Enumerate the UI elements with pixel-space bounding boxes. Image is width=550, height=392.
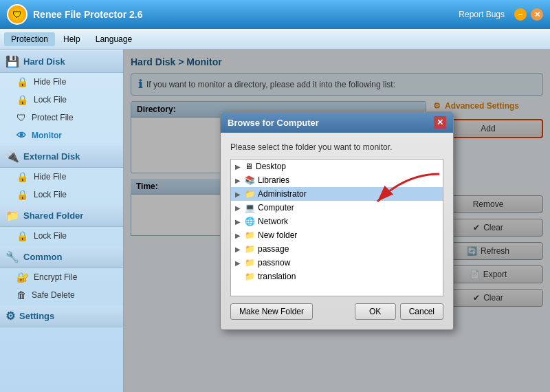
hide-file-label: Hide File [34, 77, 66, 87]
sidebar-item-protect-file[interactable]: 🛡 Protect File [0, 109, 123, 127]
encrypt-label: Encrypt File [34, 272, 77, 282]
arrow-passnow: ▶ [235, 259, 242, 267]
close-button[interactable]: ✕ [531, 8, 543, 21]
hard-disk-icon: 💾 [6, 55, 19, 68]
protect-file-label: Protect File [32, 113, 74, 122]
dialog-overlay: Browse for Computer ✕ Please select the … [124, 50, 550, 392]
external-disk-label: External Disk [23, 151, 80, 162]
tree-item-computer[interactable]: ▶ 💻 Computer [231, 201, 443, 215]
menu-bar: Protection Help Language [0, 29, 550, 50]
sidebar-item-hide-file[interactable]: 🔒 Hide File [0, 73, 123, 91]
menu-protection[interactable]: Protection [4, 32, 55, 46]
dialog-close-button[interactable]: ✕ [434, 116, 446, 129]
lock-file-icon: 🔒 [16, 94, 28, 105]
title-bar-left: 🛡 Renee File Protector 2.6 [7, 4, 143, 25]
settings-label: Settings [19, 311, 54, 321]
desktop-label: Desktop [256, 162, 286, 171]
shared-folder-icon: 📁 [6, 209, 19, 222]
dialog-tree[interactable]: ▶ 🖥 Desktop ▶ 📚 Libraries ▶ 📁 Adm [230, 159, 443, 296]
tree-item-translation[interactable]: 📁 translation [231, 270, 443, 283]
computer-icon: 💻 [245, 203, 255, 213]
tree-item-administrator[interactable]: ▶ 📁 Administrator [231, 187, 443, 201]
network-label: Network [258, 217, 288, 226]
sidebar-item-safe-delete[interactable]: 🗑 Safe Delete [0, 286, 123, 304]
shared-lock-icon: 🔒 [16, 230, 28, 241]
encrypt-icon: 🔐 [16, 272, 28, 283]
translation-icon: 📁 [245, 272, 255, 281]
tree-item-passnow[interactable]: ▶ 📁 passnow [231, 256, 443, 270]
sidebar-item-shared-lock-file[interactable]: 🔒 Lock File [0, 227, 123, 245]
sidebar-section-shared-folder: 📁 Shared Folder [0, 205, 123, 227]
make-new-folder-button[interactable]: Make New Folder [230, 303, 313, 320]
sidebar-section-common: 🔧 Common [0, 246, 123, 268]
sidebar-item-monitor[interactable]: 👁 Monitor [0, 127, 123, 144]
menu-language[interactable]: Language [89, 32, 139, 46]
arrow-computer: ▶ [235, 204, 242, 212]
lock-file-label: Lock File [34, 95, 67, 105]
browse-dialog: Browse for Computer ✕ Please select the … [220, 111, 454, 330]
tree-item-desktop[interactable]: ▶ 🖥 Desktop [231, 160, 443, 173]
administrator-icon: 📁 [245, 189, 255, 199]
hard-disk-label: Hard Disk [23, 56, 65, 67]
hide-file-icon: 🔒 [16, 76, 28, 87]
safe-delete-icon: 🗑 [16, 290, 26, 301]
arrow-desktop: ▶ [235, 163, 242, 171]
title-bar: 🛡 Renee File Protector 2.6 Report Bugs −… [0, 0, 550, 29]
shared-folder-label: Shared Folder [23, 210, 83, 221]
sidebar: 💾 Hard Disk 🔒 Hide File 🔒 Lock File 🛡 Pr… [0, 50, 124, 392]
minimize-button[interactable]: − [514, 8, 527, 21]
dialog-footer: Make New Folder OK Cancel [230, 303, 443, 320]
libraries-label: Libraries [258, 175, 289, 185]
tree-item-passage[interactable]: ▶ 📁 passage [231, 242, 443, 256]
tree-item-network[interactable]: ▶ 🌐 Network [231, 215, 443, 228]
sidebar-item-external-lock-file[interactable]: 🔒 Lock File [0, 186, 123, 204]
ext-lock-label: Lock File [34, 190, 67, 199]
sidebar-item-lock-file[interactable]: 🔒 Lock File [0, 91, 123, 109]
settings-icon: ⚙ [6, 309, 15, 323]
desktop-icon: 🖥 [245, 162, 253, 171]
cancel-button[interactable]: Cancel [400, 303, 443, 320]
menu-help[interactable]: Help [56, 32, 87, 46]
main-layout: 💾 Hard Disk 🔒 Hide File 🔒 Lock File 🛡 Pr… [0, 50, 550, 392]
tree-item-new-folder[interactable]: ▶ 📁 New folder [231, 228, 443, 242]
administrator-label: Administrator [258, 189, 307, 199]
sidebar-section-hard-disk: 💾 Hard Disk [0, 51, 123, 73]
external-disk-icon: 🔌 [6, 150, 19, 163]
new-folder-label: New folder [258, 230, 297, 240]
report-bugs-link[interactable]: Report Bugs [459, 10, 505, 19]
protect-file-icon: 🛡 [16, 112, 26, 123]
sidebar-section-settings[interactable]: ⚙ Settings [0, 305, 123, 327]
ext-hide-label: Hide File [34, 172, 66, 182]
arrow-new-folder: ▶ [235, 232, 242, 239]
tree-item-libraries[interactable]: ▶ 📚 Libraries [231, 173, 443, 187]
computer-label: Computer [258, 203, 294, 213]
libraries-icon: 📚 [245, 175, 255, 185]
passage-label: passage [258, 244, 289, 254]
passnow-label: passnow [258, 258, 290, 268]
translation-label: translation [258, 272, 296, 281]
monitor-icon: 👁 [16, 130, 26, 141]
new-folder-icon: 📁 [245, 230, 255, 240]
monitor-label: Monitor [32, 131, 62, 140]
arrow-libraries: ▶ [235, 177, 242, 184]
common-icon: 🔧 [6, 250, 19, 263]
shared-lock-label: Lock File [34, 231, 67, 241]
app-title: Renee File Protector 2.6 [33, 9, 143, 20]
common-label: Common [23, 252, 62, 262]
arrow-passage: ▶ [235, 246, 242, 253]
passage-icon: 📁 [245, 244, 255, 254]
ext-hide-icon: 🔒 [16, 171, 28, 182]
sidebar-item-encrypt-file[interactable]: 🔐 Encrypt File [0, 268, 123, 286]
dialog-instruction: Please select the folder you want to mon… [230, 142, 443, 152]
app-icon: 🛡 [7, 4, 28, 25]
passnow-icon: 📁 [245, 258, 255, 268]
ext-lock-icon: 🔒 [16, 189, 28, 200]
dialog-body: Please select the folder you want to mon… [221, 133, 453, 329]
dialog-title-bar: Browse for Computer ✕ [221, 112, 453, 133]
network-icon: 🌐 [245, 217, 255, 226]
sidebar-section-external-disk: 🔌 External Disk [0, 146, 123, 168]
content-area: Hard Disk > Monitor ℹ If you want to mon… [124, 50, 550, 392]
arrow-network: ▶ [235, 218, 242, 226]
ok-button[interactable]: OK [355, 303, 396, 320]
sidebar-item-external-hide-file[interactable]: 🔒 Hide File [0, 168, 123, 186]
